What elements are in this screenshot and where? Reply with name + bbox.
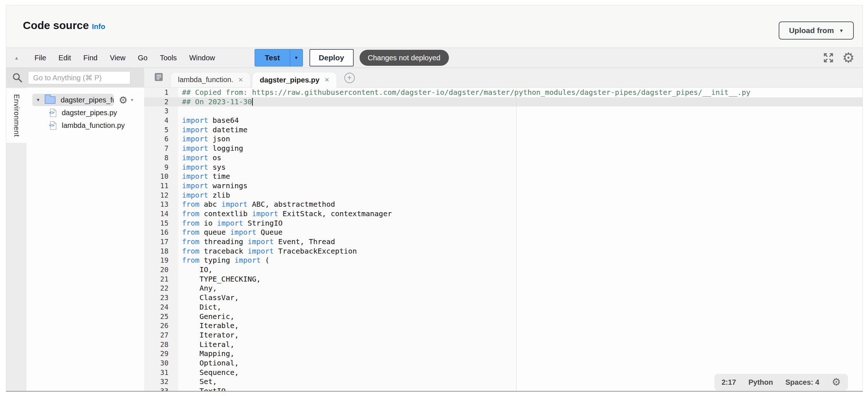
status-gear-icon[interactable]: ⚙: [832, 377, 841, 387]
code-line[interactable]: 22 Any,: [144, 284, 863, 293]
tree-folder-selection[interactable]: ▼ dagster_pipes_funct: [32, 94, 114, 106]
code-line[interactable]: 8import os: [144, 153, 863, 163]
code-line[interactable]: 4import base64: [144, 116, 863, 125]
code-line[interactable]: 17from threading import Event, Thread: [144, 237, 863, 247]
test-button[interactable]: Test: [255, 49, 290, 66]
code-line[interactable]: 20 IO,: [144, 265, 863, 275]
code-line[interactable]: 28 Literal,: [144, 340, 863, 349]
line-number[interactable]: 32: [144, 377, 178, 387]
line-number[interactable]: 29: [144, 349, 178, 359]
line-number[interactable]: 18: [144, 247, 178, 256]
code-line[interactable]: 7import logging: [144, 144, 863, 153]
code-line[interactable]: 24 Dict,: [144, 303, 863, 312]
info-link[interactable]: Info: [92, 23, 105, 31]
line-number[interactable]: 16: [144, 228, 178, 237]
code-line[interactable]: 9import sys: [144, 163, 863, 172]
code-line[interactable]: 5import datetime: [144, 125, 863, 135]
code-line[interactable]: 6import json: [144, 134, 863, 144]
line-number[interactable]: 1: [144, 88, 178, 97]
test-dropdown-icon[interactable]: ▼: [290, 49, 303, 66]
tree-settings-button[interactable]: ⚙ ▼: [119, 95, 134, 105]
code-line[interactable]: 13from abc import ABC, abstractmethod: [144, 200, 863, 209]
tree-file-dagster_pipes-py[interactable]: <>dagster_pipes.py: [49, 106, 144, 119]
upload-from-button[interactable]: Upload from ▼: [779, 21, 854, 40]
code-line[interactable]: 2## On 2023-11-30: [144, 97, 863, 107]
line-number[interactable]: 33: [144, 387, 178, 391]
code-editor[interactable]: 1## Copied from: https://raw.githubuserc…: [144, 88, 863, 391]
code-line[interactable]: 29 Mapping,: [144, 349, 863, 359]
tab-close-icon[interactable]: ×: [238, 76, 243, 84]
code-line[interactable]: 12import zlib: [144, 191, 863, 200]
line-number[interactable]: 31: [144, 368, 178, 377]
tree-folder-row[interactable]: ▼ dagster_pipes_funct ⚙ ▼: [32, 93, 144, 106]
line-number[interactable]: 9: [144, 163, 178, 172]
menu-view[interactable]: View: [104, 52, 131, 64]
language-mode[interactable]: Python: [749, 378, 773, 387]
settings-gear-icon[interactable]: ⚙: [842, 51, 855, 65]
code-line[interactable]: 15from io import StringIO: [144, 219, 863, 228]
line-number[interactable]: 23: [144, 293, 178, 303]
line-number[interactable]: 11: [144, 181, 178, 191]
code-line[interactable]: 16from queue import Queue: [144, 228, 863, 237]
code-line[interactable]: 11import warnings: [144, 181, 863, 191]
line-number[interactable]: 26: [144, 321, 178, 331]
code-line[interactable]: 23 ClassVar,: [144, 293, 863, 303]
line-number[interactable]: 28: [144, 340, 178, 349]
code-line[interactable]: 10import time: [144, 172, 863, 181]
line-number[interactable]: 8: [144, 153, 178, 163]
line-number[interactable]: 7: [144, 144, 178, 153]
tab-close-icon[interactable]: ×: [325, 76, 329, 84]
menu-edit[interactable]: Edit: [52, 52, 77, 64]
menu-tools[interactable]: Tools: [154, 52, 183, 64]
menu-find[interactable]: Find: [77, 52, 104, 64]
line-number[interactable]: 20: [144, 265, 178, 275]
go-to-anything-input[interactable]: [28, 71, 130, 84]
line-number[interactable]: 21: [144, 275, 178, 284]
line-number[interactable]: 6: [144, 134, 178, 144]
line-number[interactable]: 4: [144, 116, 178, 125]
menu-file[interactable]: File: [28, 52, 52, 64]
test-split-button[interactable]: Test ▼: [255, 49, 303, 66]
folder-expand-icon[interactable]: ▼: [36, 97, 40, 102]
line-number[interactable]: 10: [144, 172, 178, 181]
collapse-panel-icon[interactable]: ▲: [14, 55, 19, 61]
tab-lambda_function-[interactable]: lambda_function.×: [170, 72, 251, 87]
line-number[interactable]: 19: [144, 256, 178, 265]
line-number[interactable]: 27: [144, 331, 178, 340]
code-line[interactable]: 27 Iterator,: [144, 331, 863, 340]
code-line[interactable]: 14from contextlib import ExitStack, cont…: [144, 209, 863, 219]
cursor-position[interactable]: 2:17: [722, 378, 736, 387]
menu-go[interactable]: Go: [131, 52, 154, 64]
line-number[interactable]: 13: [144, 200, 178, 209]
indentation-setting[interactable]: Spaces: 4: [786, 378, 819, 387]
line-number[interactable]: 30: [144, 359, 178, 368]
code-line[interactable]: 25 Generic,: [144, 312, 863, 322]
tab-list-icon[interactable]: [154, 72, 164, 82]
line-number[interactable]: 25: [144, 312, 178, 322]
code-line[interactable]: 18from traceback import TracebackExcepti…: [144, 247, 863, 256]
environment-tab[interactable]: Environment: [6, 88, 27, 143]
line-number[interactable]: 3: [144, 106, 178, 116]
code-line[interactable]: 3: [144, 106, 863, 116]
code-line[interactable]: 21 TYPE_CHECKING,: [144, 275, 863, 284]
line-number[interactable]: 24: [144, 303, 178, 312]
line-number[interactable]: 12: [144, 191, 178, 200]
code-token: (: [261, 256, 269, 264]
code-line[interactable]: 26 Iterable,: [144, 321, 863, 331]
tree-file-lambda_function-py[interactable]: <>lambda_function.py: [49, 119, 144, 132]
line-number[interactable]: 14: [144, 209, 178, 219]
code-line[interactable]: 1## Copied from: https://raw.githubuserc…: [144, 88, 863, 97]
code-token: Mapping,: [182, 349, 235, 358]
code-line[interactable]: 30 Optional,: [144, 359, 863, 368]
code-line[interactable]: 19from typing import (: [144, 256, 863, 265]
line-number[interactable]: 2: [144, 97, 178, 107]
new-tab-button[interactable]: +: [344, 73, 355, 83]
line-number[interactable]: 15: [144, 219, 178, 228]
deploy-button[interactable]: Deploy: [309, 49, 354, 66]
line-number[interactable]: 5: [144, 125, 178, 135]
tab-dagster_pipes-py[interactable]: dagster_pipes.py×: [252, 72, 337, 88]
fullscreen-icon[interactable]: [823, 52, 834, 64]
line-number[interactable]: 17: [144, 237, 178, 247]
line-number[interactable]: 22: [144, 284, 178, 293]
menu-window[interactable]: Window: [183, 52, 221, 64]
